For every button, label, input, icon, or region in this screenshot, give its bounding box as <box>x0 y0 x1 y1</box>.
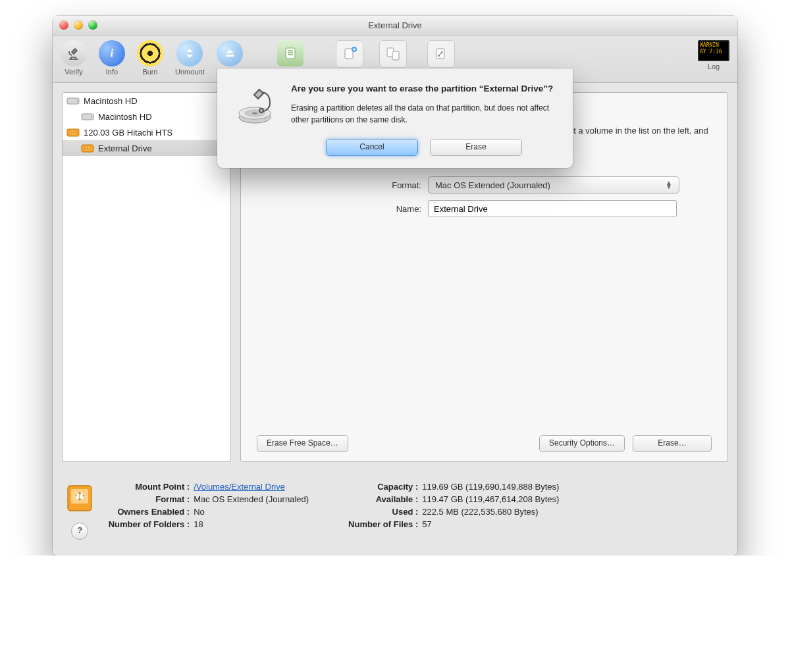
sidebar-item-label: 120.03 GB Hitachi HTS <box>84 128 172 138</box>
titlebar: External Drive <box>53 16 737 36</box>
files-label: Number of Files <box>348 519 418 529</box>
disk-utility-window: External Drive Verify i Info Burn Unmoun… <box>53 16 737 556</box>
toolbar-info[interactable]: i Info <box>99 40 125 76</box>
eject-icon <box>217 40 243 66</box>
sidebar-item-label: Macintosh HD <box>98 112 152 122</box>
burn-icon <box>137 40 163 66</box>
toolbar-unmount[interactable]: Unmount <box>175 40 205 76</box>
help-button[interactable]: ? <box>71 523 88 540</box>
available-label: Available <box>348 494 418 504</box>
dialog-title: Are you sure you want to erase the parti… <box>291 83 557 95</box>
info-icon: i <box>99 40 125 66</box>
mount-point-link[interactable]: /Volumes/External Drive <box>194 482 285 492</box>
select-stepper-icon: ▲▼ <box>666 181 672 189</box>
toolbar-log[interactable]: WARNIN AY 7:36 Log <box>698 40 729 70</box>
security-options-button[interactable]: Security Options… <box>539 435 625 452</box>
svg-rect-1 <box>226 55 234 57</box>
folders-label: Number of Folders <box>109 519 190 529</box>
svg-point-11 <box>91 116 92 118</box>
sidebar-item-disk[interactable]: Macintosh HD <box>63 93 230 109</box>
used-value: 222.5 MB (222,535,680 Bytes) <box>422 507 559 517</box>
format-value: Mac OS Extended (Journaled) <box>435 180 550 190</box>
window-controls <box>59 20 97 30</box>
sidebar-item-disk-external[interactable]: 120.03 GB Hitachi HTS <box>63 124 230 140</box>
volume-info-bar: ? Mount Point /Volumes/External Drive Fo… <box>53 471 737 556</box>
svg-point-23 <box>259 109 263 113</box>
format-label-info: Format <box>109 494 190 504</box>
sidebar-item-volume[interactable]: Macintosh HD <box>63 109 230 124</box>
zoom-window-button[interactable] <box>88 20 97 30</box>
format-label: Format: <box>257 180 421 190</box>
new-image-icon <box>336 40 363 68</box>
svg-rect-3 <box>345 49 353 59</box>
convert-icon <box>379 40 407 68</box>
unmount-icon <box>176 40 203 66</box>
dialog-message: Erasing a partition deletes all the data… <box>291 102 557 126</box>
usb-drive-icon <box>66 127 80 138</box>
journal-icon <box>277 40 303 66</box>
erase-button[interactable]: Erase… <box>633 435 712 452</box>
toolbar-verify-label: Verify <box>65 68 83 76</box>
microscope-icon <box>61 40 87 66</box>
toolbar-verify[interactable]: Verify <box>61 40 87 76</box>
dialog-cancel-button[interactable]: Cancel <box>326 139 418 156</box>
toolbar-burn[interactable]: Burn <box>137 40 163 76</box>
sidebar-item-label: External Drive <box>98 143 152 153</box>
owners-enabled-label: Owners Enabled <box>109 507 190 517</box>
format-value-info: Mac OS Extended (Journaled) <box>194 494 309 504</box>
format-select[interactable]: Mac OS Extended (Journaled) ▲▼ <box>428 176 679 194</box>
sidebar-item-volume-external[interactable]: External Drive <box>63 140 230 156</box>
sidebar-item-label: Macintosh HD <box>84 96 138 106</box>
svg-rect-2 <box>286 48 295 59</box>
owners-enabled-value: No <box>194 507 309 517</box>
files-value: 57 <box>422 519 559 529</box>
svg-point-22 <box>252 112 257 114</box>
capacity-value: 119.69 GB (119,690,149,888 Bytes) <box>422 482 559 492</box>
name-input[interactable] <box>428 200 677 217</box>
erase-confirmation-dialog: Are you sure you want to erase the parti… <box>217 68 573 168</box>
device-sidebar[interactable]: Macintosh HD Macintosh HD 120.03 GB Hita… <box>62 92 231 462</box>
usb-drive-icon <box>81 143 94 153</box>
name-label: Name: <box>257 204 421 214</box>
used-label: Used <box>348 507 418 517</box>
erase-free-space-button[interactable]: Erase Free Space… <box>257 435 348 452</box>
svg-point-9 <box>76 101 78 102</box>
hd-icon <box>81 111 94 122</box>
toolbar-unmount-label: Unmount <box>175 68 205 76</box>
toolbar-log-label: Log <box>708 63 720 70</box>
mount-point-label: Mount Point <box>109 482 190 492</box>
hd-icon <box>66 95 80 106</box>
usb-drive-large-icon <box>66 482 93 513</box>
disk-utility-app-icon <box>233 83 279 156</box>
svg-text:i: i <box>111 47 114 59</box>
available-value: 119.47 GB (119,467,614,208 Bytes) <box>422 494 559 504</box>
log-screen-icon: WARNIN AY 7:36 <box>698 40 729 61</box>
toolbar-burn-label: Burn <box>142 68 157 76</box>
svg-rect-6 <box>392 51 399 60</box>
close-window-button[interactable] <box>59 20 68 30</box>
window-title: External Drive <box>368 20 422 30</box>
folders-value: 18 <box>194 519 309 529</box>
resize-image-icon <box>427 40 455 68</box>
dialog-erase-button[interactable]: Erase <box>430 139 522 156</box>
capacity-label: Capacity <box>348 482 418 492</box>
minimize-window-button[interactable] <box>74 20 83 30</box>
toolbar-info-label: Info <box>106 68 118 76</box>
